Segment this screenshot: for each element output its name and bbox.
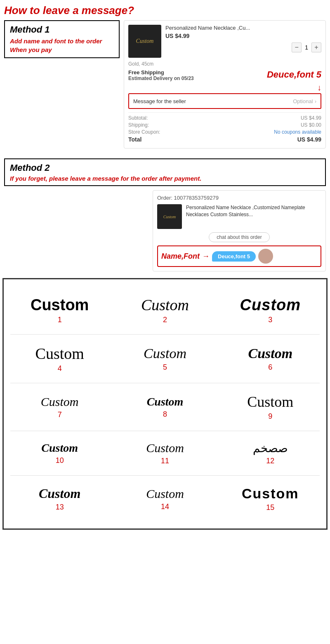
font-name-8: Custom — [147, 395, 184, 408]
font-name-15: Custom — [242, 486, 299, 502]
font-num-2: 2 — [163, 316, 167, 324]
estimated-delivery: Estimated Delivery on 05/23 — [128, 75, 194, 81]
font-cell-10: Custom10 — [7, 431, 112, 475]
arrow-down-icon: ↓ — [128, 83, 321, 92]
grand-total-label: Total — [128, 136, 141, 143]
message-box[interactable]: Message for the seller Optional › — [128, 93, 321, 109]
subtotal-row: Subtotal: US $4.99 — [128, 115, 321, 121]
totals-section: Subtotal: US $4.99 Shipping: US $0.00 St… — [128, 112, 321, 143]
chevron-right-icon: › — [315, 99, 316, 104]
method1-desc: Add name and font to the order When you … — [10, 37, 114, 54]
subtotal-label: Subtotal: — [128, 115, 148, 121]
grand-total-value: US $4.99 — [297, 136, 321, 143]
order-id-value: 100778353759279 — [174, 195, 218, 201]
fonts-grid: Custom1Custom2Custom3Custom4Custom5Custo… — [7, 286, 323, 522]
methods-row: Method 1 Add name and font to the order … — [4, 20, 326, 149]
order-id-label: Order: — [157, 195, 172, 201]
font-name-9: Custom — [247, 393, 293, 410]
variant-text: Gold, 45cm — [128, 61, 321, 67]
font-num-15: 15 — [266, 503, 274, 512]
font-num-8: 8 — [163, 410, 167, 419]
qty-decrease-button[interactable]: − — [292, 42, 302, 52]
chat-bubble: Deuce,font 5 — [212, 251, 256, 262]
order-card: Custom Personalized Name Necklace ,Cu...… — [124, 20, 326, 149]
method2-box: Method 2 If you forget, please leave a m… — [4, 158, 326, 186]
font-name-13: Custom — [39, 486, 80, 501]
font-num-1: 1 — [58, 316, 62, 324]
fonts-section: Custom1Custom2Custom3Custom4Custom5Custo… — [2, 278, 328, 530]
thumb-label: Custom — [136, 38, 154, 45]
shipping-total-row: Shipping: US $0.00 — [128, 122, 321, 128]
order-thumbnail: Custom — [157, 204, 182, 229]
top-section: How to leave a message? Method 1 Add nam… — [0, 0, 330, 153]
font-name-3: Custom — [240, 296, 301, 314]
font-name-4: Custom — [35, 344, 84, 363]
font-name-1: Custom — [31, 296, 89, 314]
font-num-11: 11 — [161, 457, 169, 465]
font-num-10: 10 — [56, 456, 64, 465]
order-product-row: Custom Personalized Name Necklace ,Custo… — [157, 204, 321, 229]
avatar — [258, 249, 273, 264]
product-name: Personalized Name Necklace ,Cu... — [165, 25, 321, 31]
method1-title: Method 1 — [10, 24, 114, 35]
coupon-row: Store Coupon: No coupons available — [128, 129, 321, 135]
font-cell-4: Custom4 — [7, 335, 112, 383]
chat-about-order-button[interactable]: chat about this order — [209, 232, 269, 242]
chat-btn-row: chat about this order — [157, 232, 321, 242]
order-thumb-label: Custom — [163, 215, 176, 219]
font-cell-8: Custom8 — [112, 383, 217, 431]
order-id-row: Order: 100778353759279 — [157, 195, 321, 201]
page: How to leave a message? Method 1 Add nam… — [0, 0, 330, 530]
font-cell-6: Custom6 — [218, 335, 323, 383]
font-cell-2: Custom2 — [112, 286, 217, 334]
deuce-font-label-area: Deuce,font 5 — [267, 69, 321, 80]
method2-section: Method 2 If you forget, please leave a m… — [0, 154, 330, 276]
font-num-6: 6 — [268, 363, 272, 372]
coupon-value: No coupons available — [274, 129, 321, 135]
arrow-right-icon: → — [202, 252, 210, 261]
shipping-total-label: Shipping: — [128, 122, 149, 128]
order-product-name: Personalized Name Necklace ,Customized N… — [186, 204, 321, 229]
font-cell-12: صصخم12 — [218, 431, 323, 475]
font-num-14: 14 — [161, 502, 169, 511]
font-cell-7: Custom7 — [7, 383, 112, 431]
method2-desc: If you forget, please leave a message fo… — [10, 175, 320, 182]
product-info: Personalized Name Necklace ,Cu... US $4.… — [165, 25, 321, 58]
grand-total-row: Total US $4.99 — [128, 136, 321, 143]
font-cell-14: Custom14 — [112, 476, 217, 522]
coupon-label: Store Coupon: — [128, 129, 160, 135]
free-shipping-label: Free Shipping — [128, 69, 194, 75]
name-font-chat-row: Name,Font → Deuce,font 5 — [157, 245, 321, 267]
shipping-info: Free Shipping Estimated Delivery on 05/2… — [128, 69, 194, 81]
font-num-9: 9 — [268, 412, 272, 421]
font-cell-15: Custom15 — [218, 476, 323, 522]
method1-box: Method 1 Add name and font to the order … — [4, 20, 120, 58]
optional-area: Optional › — [293, 97, 316, 105]
font-cell-13: Custom13 — [7, 476, 112, 522]
deuce-font-label: Deuce,font 5 — [267, 69, 321, 80]
font-name-11: Custom — [146, 441, 184, 455]
font-num-5: 5 — [163, 363, 167, 372]
shipping-total-value: US $0.00 — [301, 122, 321, 128]
qty-row: − 1 + — [165, 42, 321, 52]
font-cell-1: Custom1 — [7, 286, 112, 334]
order-after-payment: Order: 100778353759279 Custom Personaliz… — [153, 190, 326, 271]
font-num-4: 4 — [58, 364, 62, 373]
optional-text: Optional — [293, 98, 313, 104]
font-cell-5: Custom5 — [112, 335, 217, 383]
font-cell-9: Custom9 — [218, 383, 323, 431]
order-card-top: Custom Personalized Name Necklace ,Cu...… — [128, 25, 321, 58]
product-price: US $4.99 — [165, 33, 321, 39]
font-num-3: 3 — [268, 316, 272, 324]
font-name-6: Custom — [248, 346, 292, 361]
how-to-title: How to leave a message? — [4, 4, 326, 17]
method2-title: Method 2 — [10, 163, 320, 173]
font-name-12: صصخم — [253, 441, 288, 455]
font-num-7: 7 — [58, 410, 62, 419]
qty-increase-button[interactable]: + — [311, 42, 321, 52]
font-num-12: 12 — [266, 457, 274, 465]
product-thumbnail: Custom — [128, 25, 161, 58]
order-after-container: Order: 100778353759279 Custom Personaliz… — [4, 190, 326, 271]
font-name-14: Custom — [146, 487, 184, 501]
font-num-13: 13 — [56, 503, 64, 512]
